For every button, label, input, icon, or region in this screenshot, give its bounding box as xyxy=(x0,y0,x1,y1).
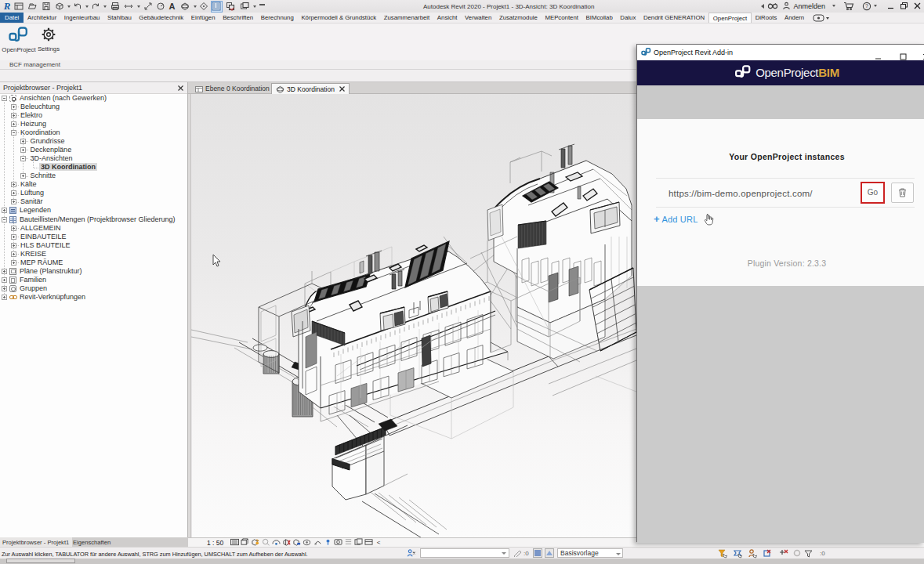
svg-text:?: ? xyxy=(865,3,868,9)
